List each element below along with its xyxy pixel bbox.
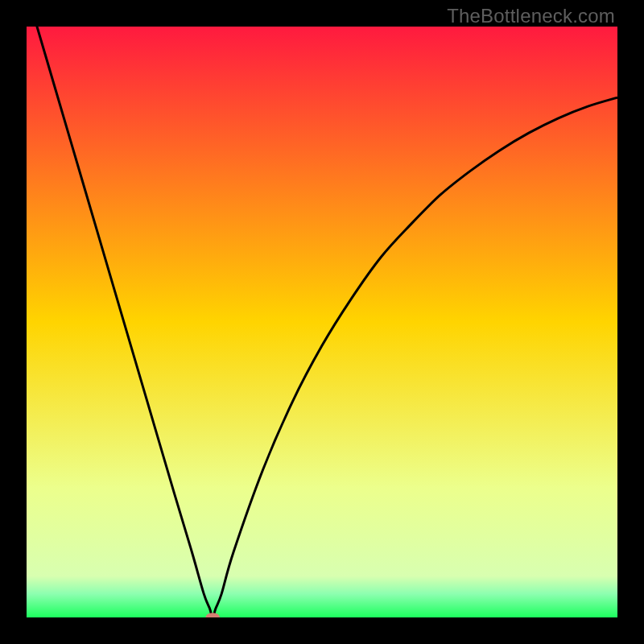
outer-black-frame: TheBottleneck.com <box>0 0 644 644</box>
watermark-label: TheBottleneck.com <box>447 5 615 27</box>
optimal-point-marker <box>205 613 220 617</box>
bottleneck-curve-line <box>27 27 617 617</box>
plot-area <box>27 27 617 617</box>
chart-overlay <box>27 27 617 617</box>
